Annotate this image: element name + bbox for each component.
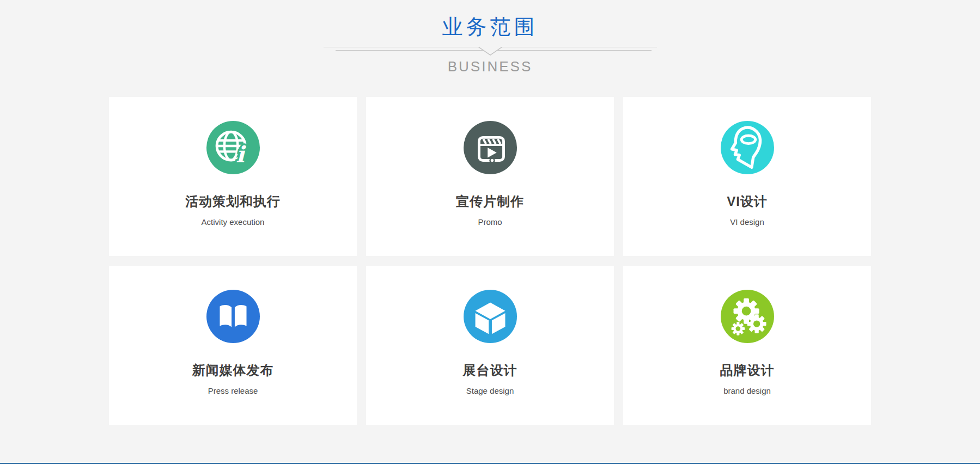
- card-brand-design[interactable]: 品牌设计 brand design: [623, 266, 871, 425]
- card-title: 品牌设计: [623, 362, 871, 379]
- globe-info-icon: i: [206, 121, 260, 174]
- card-subtitle: Press release: [109, 386, 357, 395]
- card-title: VI设计: [623, 193, 871, 210]
- clapperboard-play-icon: [464, 121, 517, 174]
- cube-icon: [464, 290, 517, 343]
- card-subtitle: Stage design: [366, 386, 614, 395]
- open-book-icon: [206, 290, 260, 343]
- card-subtitle: Activity execution: [109, 217, 357, 227]
- head-brain-icon: [721, 121, 774, 174]
- section-subtitle: BUSINESS: [0, 58, 980, 75]
- business-section-header: 业务范围 BUSINESS: [0, 0, 980, 75]
- card-title: 展台设计: [366, 362, 614, 379]
- card-subtitle: Promo: [366, 217, 614, 227]
- card-subtitle: brand design: [623, 386, 871, 395]
- card-subtitle: VI design: [623, 217, 871, 227]
- card-press-release[interactable]: 新闻媒体发布 Press release: [109, 266, 357, 425]
- gears-icon: [721, 290, 774, 343]
- business-cards-grid: i 活动策划和执行 Activity execution 宣传片制作 Promo: [109, 97, 871, 425]
- card-title: 宣传片制作: [366, 193, 614, 210]
- card-vi-design[interactable]: VI设计 VI design: [623, 97, 871, 256]
- card-promo[interactable]: 宣传片制作 Promo: [366, 97, 614, 256]
- section-divider: [324, 45, 657, 56]
- card-title: 新闻媒体发布: [109, 362, 357, 379]
- card-title: 活动策划和执行: [109, 193, 357, 210]
- card-activity-execution[interactable]: i 活动策划和执行 Activity execution: [109, 97, 357, 256]
- section-title: 业务范围: [0, 16, 980, 39]
- card-stage-design[interactable]: 展台设计 Stage design: [366, 266, 614, 425]
- chevron-down-icon: [478, 47, 503, 56]
